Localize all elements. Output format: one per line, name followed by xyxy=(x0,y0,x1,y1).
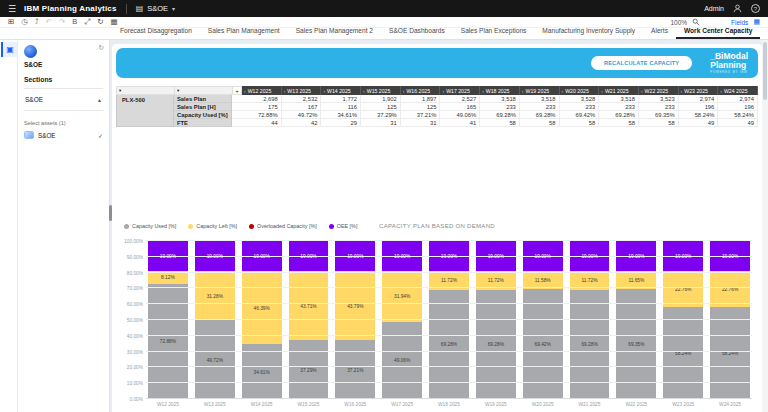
data-cell[interactable]: 196 xyxy=(718,103,758,111)
column-header-w22-2025[interactable]: ›W22 2025 xyxy=(639,86,679,95)
data-cell[interactable]: 1,772 xyxy=(321,95,361,103)
data-cell[interactable]: 58 xyxy=(639,119,679,127)
refresh-icon[interactable]: ↻ xyxy=(97,18,103,26)
data-cell[interactable]: 1,897 xyxy=(401,95,441,103)
column-header-w14-2025[interactable]: ›W14 2025 xyxy=(321,86,361,95)
tab-work-center-capacity[interactable]: Work Center Capacity xyxy=(676,25,760,39)
data-cell[interactable]: 49.06% xyxy=(440,111,480,119)
data-cell[interactable]: 233 xyxy=(480,103,520,111)
refresh-icon[interactable]: ↻ xyxy=(98,44,104,52)
column-header-w16-2025[interactable]: ›W16 2025 xyxy=(401,86,441,95)
tab-available-capacity-basic-setup[interactable]: Available Capacity & Basic Setup xyxy=(760,25,768,39)
format-icon[interactable]: B xyxy=(72,18,77,26)
data-cell[interactable]: 125 xyxy=(361,103,401,111)
data-cell[interactable]: 58 xyxy=(560,119,600,127)
measure-dimension-dropdown[interactable]: ▾ xyxy=(174,86,232,95)
recalculate-capacity-button[interactable]: RECALCULATE CAPACITY xyxy=(591,56,692,70)
tab-sales-plan-management-2[interactable]: Sales Plan Management 2 xyxy=(288,25,381,39)
data-cell[interactable]: 58.24% xyxy=(679,111,719,119)
column-header-w20-2025[interactable]: ›W20 2025 xyxy=(560,86,600,95)
data-cell[interactable]: 49 xyxy=(679,119,719,127)
user-avatar-icon[interactable] xyxy=(733,4,742,13)
chevron-down-icon[interactable]: ▾ xyxy=(172,5,175,12)
column-header-w23-2025[interactable]: ›W23 2025 xyxy=(679,86,719,95)
section-select[interactable]: S&OE ▲ xyxy=(24,89,103,111)
tab-manufacturing-inventory-supply[interactable]: Manufacturing Inventory Supply xyxy=(534,25,643,39)
data-cell[interactable]: 37.21% xyxy=(401,111,441,119)
expand-icon[interactable]: ⤢ xyxy=(84,18,90,26)
row-label-sales-plan-h[interactable]: Sales Plan [H] xyxy=(174,103,232,111)
data-cell[interactable]: 49 xyxy=(718,119,758,127)
data-cell[interactable]: 31 xyxy=(401,119,441,127)
data-cell[interactable]: 3,518 xyxy=(599,95,639,103)
column-header-w15-2025[interactable]: ›W15 2025 xyxy=(361,86,401,95)
expand-all-button[interactable]: + xyxy=(232,86,242,95)
data-cell[interactable]: 125 xyxy=(401,103,441,111)
data-cell[interactable]: 3,528 xyxy=(560,95,600,103)
data-cell[interactable]: 69.35% xyxy=(639,111,679,119)
data-cell[interactable]: 31 xyxy=(361,119,401,127)
data-cell[interactable]: 116 xyxy=(321,103,361,111)
data-cell[interactable]: 2,698 xyxy=(242,95,282,103)
data-cell[interactable]: 2,974 xyxy=(679,95,719,103)
data-tree-icon[interactable]: ⊞ xyxy=(8,18,14,26)
row-label-capacity-used[interactable]: Capacity Used [%] xyxy=(174,111,232,119)
column-header-w17-2025[interactable]: ›W17 2025 xyxy=(440,86,480,95)
data-cell[interactable]: 1,902 xyxy=(361,95,401,103)
data-cell[interactable]: 58 xyxy=(599,119,639,127)
data-cell[interactable]: 165 xyxy=(440,103,480,111)
data-cell[interactable]: 2,527 xyxy=(440,95,480,103)
data-cell[interactable]: 3,518 xyxy=(520,95,560,103)
tab-sales-plan-management[interactable]: Sales Plan Management xyxy=(200,25,288,39)
column-header-w21-2025[interactable]: ›W21 2025 xyxy=(599,86,639,95)
assets-rail-icon[interactable]: ▣ xyxy=(1,42,17,57)
data-cell[interactable]: 34.61% xyxy=(321,111,361,119)
row-dimension-dropdown[interactable]: ▾ xyxy=(116,86,174,95)
tab-forecast-disaggregation[interactable]: Forecast Disaggregation xyxy=(112,25,200,39)
tab-s-oe-dashboards[interactable]: S&OE Dashboards xyxy=(381,25,453,39)
redo-icon[interactable]: ↷ xyxy=(59,18,65,26)
column-header-w18-2025[interactable]: ›W18 2025 xyxy=(480,86,520,95)
data-cell[interactable]: 2,974 xyxy=(718,95,758,103)
help-icon[interactable]: ? xyxy=(751,4,760,13)
data-cell[interactable]: 2,532 xyxy=(282,95,322,103)
row-label-sales-plan[interactable]: Sales Plan xyxy=(174,95,232,103)
data-cell[interactable]: 167 xyxy=(282,103,322,111)
data-cell[interactable]: 44 xyxy=(242,119,282,127)
data-cell[interactable]: 49.72% xyxy=(282,111,322,119)
tab-alerts[interactable]: Alerts xyxy=(643,25,676,39)
data-cell[interactable]: 69.28% xyxy=(480,111,520,119)
workbook-switcher[interactable]: S&OE xyxy=(147,4,168,13)
column-header-w24-2025[interactable]: ›W24 2025 xyxy=(718,86,758,95)
data-cell[interactable]: 233 xyxy=(599,103,639,111)
history-icon[interactable]: ◷ xyxy=(21,18,28,26)
scrollbar-thumb[interactable] xyxy=(763,42,767,100)
window-scrollbar[interactable] xyxy=(762,40,768,412)
data-cell[interactable]: 69.28% xyxy=(520,111,560,119)
data-cell[interactable]: 72.88% xyxy=(242,111,282,119)
row-group-label[interactable]: PLX-500 xyxy=(116,95,174,127)
row-label-fte[interactable]: FTE xyxy=(174,119,232,127)
data-cell[interactable]: 29 xyxy=(321,119,361,127)
data-cell[interactable]: 41 xyxy=(440,119,480,127)
hamburger-menu-icon[interactable]: ☰ xyxy=(8,4,16,14)
asset-item-soe[interactable]: S&OE ✓ xyxy=(24,131,103,139)
data-cell[interactable]: 175 xyxy=(242,103,282,111)
data-cell[interactable]: 233 xyxy=(520,103,560,111)
data-cell[interactable]: 58 xyxy=(480,119,520,127)
data-cell[interactable]: 37.29% xyxy=(361,111,401,119)
share-icon[interactable]: ⤴ xyxy=(35,18,39,26)
data-cell[interactable]: 3,518 xyxy=(480,95,520,103)
data-cell[interactable]: 69.28% xyxy=(599,111,639,119)
data-cell[interactable]: 58 xyxy=(520,119,560,127)
data-cell[interactable]: 58.24% xyxy=(718,111,758,119)
data-cell[interactable]: 233 xyxy=(560,103,600,111)
data-cell[interactable]: 233 xyxy=(639,103,679,111)
tab-sales-plan-exceptions[interactable]: Sales Plan Exceptions xyxy=(453,25,535,39)
column-header-w13-2025[interactable]: ›W13 2025 xyxy=(282,86,322,95)
data-cell[interactable]: 42 xyxy=(282,119,322,127)
undo-icon[interactable]: ↶ xyxy=(46,18,52,26)
data-cell[interactable]: 69.42% xyxy=(560,111,600,119)
column-header-w19-2025[interactable]: ›W19 2025 xyxy=(520,86,560,95)
data-cell[interactable]: 3,523 xyxy=(639,95,679,103)
